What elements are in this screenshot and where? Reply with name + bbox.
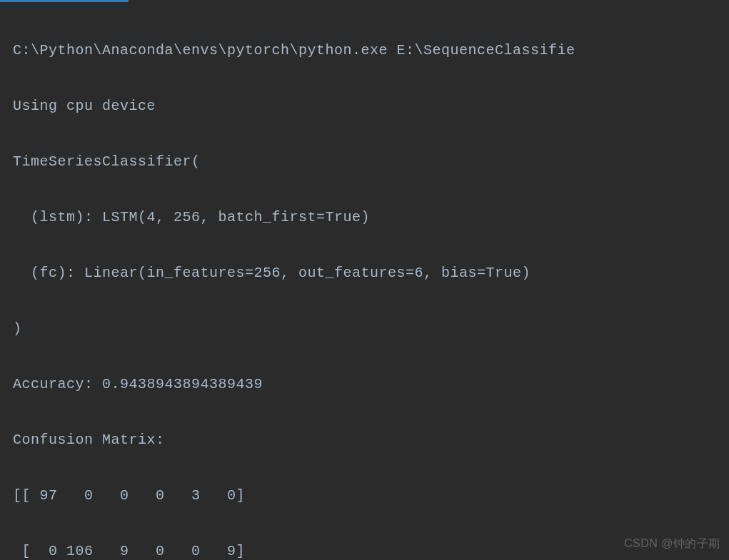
device-info-line: Using cpu device — [13, 92, 716, 120]
accuracy-value: 0.9438943894389439 — [102, 376, 263, 392]
command-line: C:\Python\Anaconda\envs\pytorch\python.e… — [13, 36, 716, 64]
confusion-matrix-header: Confusion Matrix: — [13, 426, 716, 454]
model-structure-header: TimeSeriesClassifier( — [13, 148, 716, 175]
csdn-watermark: CSDN @钟的子期 — [624, 532, 720, 554]
terminal-output-panel: C:\Python\Anaconda\envs\pytorch\python.e… — [0, 0, 729, 560]
accuracy-line: Accuracy: 0.9438943894389439 — [13, 370, 716, 398]
accuracy-label: Accuracy: — [13, 376, 102, 392]
model-lstm-layer: (lstm): LSTM(4, 256, batch_first=True) — [13, 203, 716, 231]
confusion-matrix-row-1: [ 0 106 9 0 0 9] — [13, 537, 716, 560]
tab-indicator-bar — [0, 0, 129, 2]
model-structure-close: ) — [13, 315, 716, 342]
confusion-matrix-row-0: [[ 97 0 0 0 3 0] — [13, 482, 716, 509]
model-fc-layer: (fc): Linear(in_features=256, out_featur… — [13, 259, 716, 287]
